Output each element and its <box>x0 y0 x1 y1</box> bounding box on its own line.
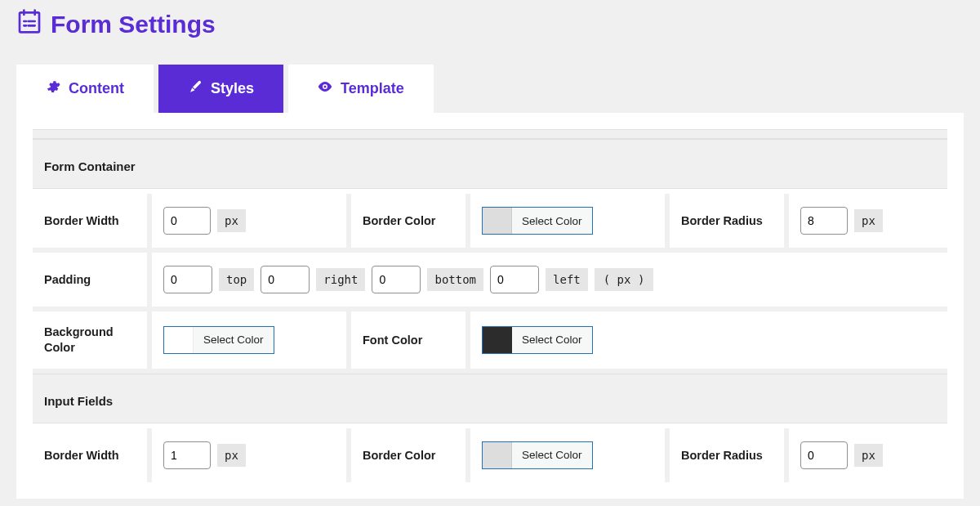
brush-icon <box>188 79 203 98</box>
button-fc-font-color[interactable]: Select Color <box>482 326 593 354</box>
input-if-border-radius[interactable] <box>800 441 848 469</box>
unit-px: px <box>217 444 246 467</box>
button-fc-border-color[interactable]: Select Color <box>482 207 593 235</box>
svg-rect-0 <box>20 12 39 32</box>
tab-template-label: Template <box>341 80 404 97</box>
color-swatch-icon <box>483 442 512 468</box>
tabs: Content Styles Template <box>16 65 964 113</box>
button-fc-bg-color[interactable]: Select Color <box>163 326 274 354</box>
color-swatch-icon <box>483 327 512 353</box>
input-if-border-width[interactable] <box>163 441 211 469</box>
label-bg-color: Background Color <box>33 311 147 369</box>
label-border-width: Border Width <box>33 194 147 248</box>
page-title-text: Form Settings <box>51 11 216 38</box>
color-swatch-icon <box>164 327 194 353</box>
input-padding-right[interactable] <box>261 266 310 293</box>
form-icon <box>16 8 42 40</box>
badge-bottom: bottom <box>427 268 483 291</box>
button-if-border-color[interactable]: Select Color <box>482 441 593 469</box>
label-font-color: Font Color <box>351 311 466 369</box>
color-btn-text: Select Color <box>194 334 274 346</box>
input-padding-top[interactable] <box>163 266 212 293</box>
unit-px: px <box>854 209 883 232</box>
eye-icon <box>318 79 332 98</box>
color-btn-text: Select Color <box>512 215 592 227</box>
badge-right: right <box>316 268 365 291</box>
badge-px-paren: ( px ) <box>595 268 654 291</box>
tab-content[interactable]: Content <box>16 65 154 113</box>
label-if-border-radius: Border Radius <box>670 428 784 482</box>
tab-template[interactable]: Template <box>288 65 434 113</box>
input-padding-left[interactable] <box>490 266 539 293</box>
styles-panel: Form Container Border Width px Border Co… <box>16 113 964 499</box>
input-padding-bottom[interactable] <box>372 266 421 293</box>
label-if-border-width: Border Width <box>33 428 147 482</box>
tab-styles[interactable]: Styles <box>158 65 283 113</box>
unit-px: px <box>854 444 883 467</box>
badge-top: top <box>219 268 254 291</box>
tab-styles-label: Styles <box>211 80 254 97</box>
label-padding: Padding <box>33 253 147 307</box>
section-form-container: Form Container <box>33 139 947 189</box>
input-fc-border-width[interactable] <box>163 207 211 235</box>
gear-icon <box>46 79 60 98</box>
label-if-border-color: Border Color <box>351 428 466 482</box>
tab-content-label: Content <box>69 80 124 97</box>
color-btn-text: Select Color <box>512 334 592 346</box>
label-border-color: Border Color <box>351 194 466 248</box>
unit-px: px <box>217 209 246 232</box>
color-btn-text: Select Color <box>512 449 592 461</box>
label-border-radius: Border Radius <box>670 194 784 248</box>
input-fc-border-radius[interactable] <box>800 207 848 235</box>
badge-left: left <box>546 268 588 291</box>
section-input-fields: Input Fields <box>33 374 947 423</box>
page-title: Form Settings <box>16 8 964 40</box>
color-swatch-icon <box>483 208 512 234</box>
